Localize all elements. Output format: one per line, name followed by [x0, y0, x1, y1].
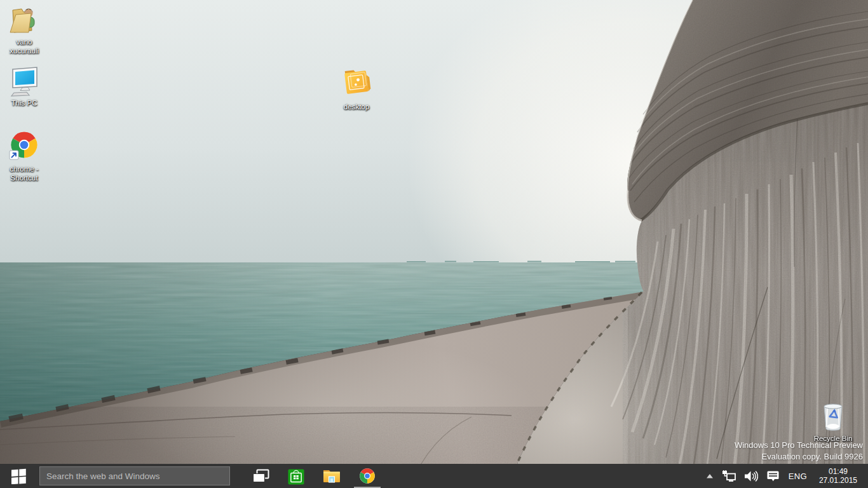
- volume-tray-button[interactable]: [743, 464, 760, 488]
- watermark-line-2: Evaluation copy. Build 9926: [735, 451, 863, 463]
- desktop-icon-recycle-bin[interactable]: Recycle Bin: [810, 398, 856, 444]
- evaluation-watermark: Windows 10 Pro Technical Preview Evaluat…: [735, 440, 863, 462]
- desktop-icon-this-pc[interactable]: This PC: [1, 65, 47, 108]
- action-center-tray-button[interactable]: [765, 464, 781, 488]
- windows-desktop: vano xucurauli This PC chrome - Shortc: [0, 0, 868, 488]
- clock[interactable]: 01:49 27.01.2015: [815, 464, 862, 488]
- store-button[interactable]: [281, 464, 311, 488]
- clock-date: 27.01.2015: [819, 476, 857, 485]
- network-icon: [722, 470, 736, 482]
- desktop-folder-icon: [340, 64, 373, 102]
- desktop-icon-label: This PC: [11, 99, 37, 108]
- start-button[interactable]: [0, 464, 37, 488]
- watermark-line-1: Windows 10 Pro Technical Preview: [735, 440, 863, 451]
- chevron-up-icon: [707, 474, 713, 478]
- chrome-icon: [359, 468, 376, 484]
- speaker-icon: [745, 471, 758, 482]
- network-tray-button[interactable]: [720, 464, 738, 488]
- chrome-button[interactable]: [353, 464, 382, 488]
- desktop-icon-label: desktop: [344, 103, 369, 112]
- taskbar: ENG 01:49 27.01.2015: [0, 464, 868, 488]
- recycle-bin-icon: [819, 398, 847, 433]
- system-tray: ENG 01:49 27.01.2015: [705, 464, 868, 488]
- desktop-icon-desktop-folder[interactable]: desktop: [334, 64, 379, 112]
- desktop-icon-label: chrome - Shortcut: [1, 165, 47, 182]
- chrome-shortcut-icon: [9, 131, 39, 164]
- file-explorer-icon: [323, 468, 341, 484]
- desktop-icon-user-folder[interactable]: vano xucurauli: [1, 4, 47, 55]
- store-icon: [288, 468, 304, 485]
- this-pc-icon: [8, 65, 41, 98]
- windows-logo-icon: [11, 468, 27, 484]
- file-explorer-button[interactable]: [317, 464, 346, 488]
- show-hidden-icons-button[interactable]: [705, 464, 715, 488]
- user-folder-icon: [9, 4, 39, 37]
- taskbar-pinned-apps: [243, 464, 385, 488]
- clock-time: 01:49: [829, 467, 848, 476]
- message-bubble-icon: [767, 471, 779, 482]
- desktop-icon-label: vano xucurauli: [1, 38, 47, 55]
- task-view-icon: [252, 469, 269, 484]
- wallpaper-seawall-image: [0, 0, 868, 488]
- task-view-button[interactable]: [246, 464, 275, 488]
- desktop-icon-chrome-shortcut[interactable]: chrome - Shortcut: [1, 131, 47, 182]
- taskbar-search-input[interactable]: [39, 466, 230, 485]
- language-indicator[interactable]: ENG: [786, 464, 810, 488]
